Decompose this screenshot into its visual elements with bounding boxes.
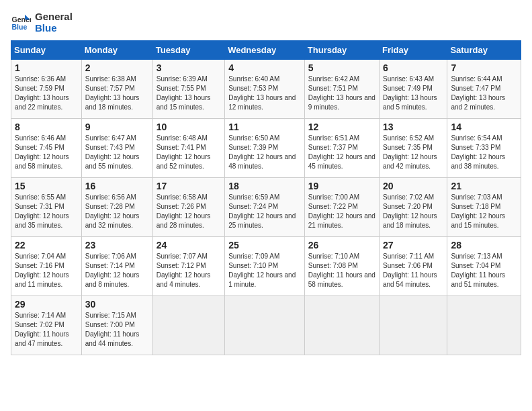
calendar-cell: 10Sunrise: 6:48 AMSunset: 7:41 PMDayligh… (152, 119, 224, 178)
day-info: Sunrise: 7:11 AMSunset: 7:06 PMDaylight:… (383, 252, 443, 289)
day-number: 29 (15, 299, 78, 310)
day-number: 22 (15, 240, 78, 250)
calendar-cell: 27Sunrise: 7:11 AMSunset: 7:06 PMDayligh… (379, 237, 447, 296)
day-info: Sunrise: 7:14 AMSunset: 7:02 PMDaylight:… (15, 311, 78, 349)
day-number: 25 (228, 240, 301, 250)
day-number: 7 (451, 62, 517, 73)
calendar-week-row: 1Sunrise: 6:36 AMSunset: 7:59 PMDaylight… (11, 60, 521, 119)
day-number: 14 (451, 122, 517, 132)
svg-text:Blue: Blue (12, 23, 28, 31)
calendar-cell (225, 296, 305, 355)
day-number: 11 (228, 122, 301, 132)
calendar-cell: 30Sunrise: 7:15 AMSunset: 7:00 PMDayligh… (81, 296, 152, 355)
calendar-cell (447, 296, 521, 355)
day-info: Sunrise: 6:39 AMSunset: 7:55 PMDaylight:… (157, 75, 221, 112)
weekday-header-sunday: Sunday (11, 41, 82, 60)
calendar-cell: 9Sunrise: 6:47 AMSunset: 7:43 PMDaylight… (81, 119, 152, 178)
calendar-cell: 3Sunrise: 6:39 AMSunset: 7:55 PMDaylight… (152, 60, 224, 119)
calendar-cell: 11Sunrise: 6:50 AMSunset: 7:39 PMDayligh… (225, 119, 305, 178)
day-info: Sunrise: 7:10 AMSunset: 7:08 PMDaylight:… (308, 252, 375, 289)
calendar-cell: 22Sunrise: 7:04 AMSunset: 7:16 PMDayligh… (11, 237, 82, 296)
day-number: 5 (308, 62, 375, 73)
day-info: Sunrise: 6:36 AMSunset: 7:59 PMDaylight:… (15, 75, 78, 112)
day-info: Sunrise: 7:13 AMSunset: 7:04 PMDaylight:… (451, 252, 517, 289)
calendar-cell: 25Sunrise: 7:09 AMSunset: 7:10 PMDayligh… (225, 237, 305, 296)
day-number: 30 (85, 299, 149, 310)
calendar-cell: 12Sunrise: 6:51 AMSunset: 7:37 PMDayligh… (304, 119, 379, 178)
calendar-cell: 7Sunrise: 6:44 AMSunset: 7:47 PMDaylight… (447, 60, 521, 119)
calendar-cell (152, 296, 224, 355)
logo-general: General (35, 11, 73, 22)
day-info: Sunrise: 6:42 AMSunset: 7:51 PMDaylight:… (308, 75, 375, 112)
calendar-cell: 13Sunrise: 6:52 AMSunset: 7:35 PMDayligh… (379, 119, 447, 178)
calendar-week-row: 8Sunrise: 6:46 AMSunset: 7:45 PMDaylight… (11, 119, 521, 178)
logo-blue: Blue (35, 22, 73, 34)
calendar-cell: 4Sunrise: 6:40 AMSunset: 7:53 PMDaylight… (225, 60, 305, 119)
day-info: Sunrise: 6:44 AMSunset: 7:47 PMDaylight:… (451, 75, 517, 112)
day-info: Sunrise: 7:00 AMSunset: 7:22 PMDaylight:… (308, 193, 375, 230)
day-info: Sunrise: 6:51 AMSunset: 7:37 PMDaylight:… (308, 134, 375, 171)
day-info: Sunrise: 6:43 AMSunset: 7:49 PMDaylight:… (383, 75, 443, 112)
page-header: General Blue General Blue (11, 11, 521, 34)
day-number: 18 (228, 181, 301, 191)
day-info: Sunrise: 6:54 AMSunset: 7:33 PMDaylight:… (451, 134, 517, 171)
logo: General Blue General Blue (11, 11, 73, 34)
day-number: 21 (451, 181, 517, 191)
calendar-week-row: 22Sunrise: 7:04 AMSunset: 7:16 PMDayligh… (11, 237, 521, 296)
day-info: Sunrise: 6:50 AMSunset: 7:39 PMDaylight:… (228, 134, 301, 171)
day-number: 13 (383, 122, 443, 132)
day-number: 24 (157, 240, 221, 250)
day-number: 2 (85, 62, 149, 73)
day-number: 17 (157, 181, 221, 191)
calendar-cell: 8Sunrise: 6:46 AMSunset: 7:45 PMDaylight… (11, 119, 82, 178)
calendar-cell: 5Sunrise: 6:42 AMSunset: 7:51 PMDaylight… (304, 60, 379, 119)
day-info: Sunrise: 7:15 AMSunset: 7:00 PMDaylight:… (85, 311, 149, 349)
calendar-cell: 16Sunrise: 6:56 AMSunset: 7:28 PMDayligh… (81, 178, 152, 237)
calendar-week-row: 29Sunrise: 7:14 AMSunset: 7:02 PMDayligh… (11, 296, 521, 355)
logo-icon: General Blue (11, 12, 31, 32)
calendar-cell: 1Sunrise: 6:36 AMSunset: 7:59 PMDaylight… (11, 60, 82, 119)
day-number: 20 (383, 181, 443, 191)
calendar-cell: 14Sunrise: 6:54 AMSunset: 7:33 PMDayligh… (447, 119, 521, 178)
weekday-header-friday: Friday (379, 41, 447, 60)
day-number: 4 (228, 62, 301, 73)
weekday-header-monday: Monday (81, 41, 152, 60)
calendar-cell: 6Sunrise: 6:43 AMSunset: 7:49 PMDaylight… (379, 60, 447, 119)
day-number: 28 (451, 240, 517, 250)
day-number: 3 (157, 62, 221, 73)
day-info: Sunrise: 6:48 AMSunset: 7:41 PMDaylight:… (157, 134, 221, 171)
weekday-header-thursday: Thursday (304, 41, 379, 60)
day-info: Sunrise: 7:07 AMSunset: 7:12 PMDaylight:… (157, 252, 221, 289)
day-info: Sunrise: 6:59 AMSunset: 7:24 PMDaylight:… (228, 193, 301, 230)
weekday-header-saturday: Saturday (447, 41, 521, 60)
day-info: Sunrise: 7:02 AMSunset: 7:20 PMDaylight:… (383, 193, 443, 230)
calendar-cell: 17Sunrise: 6:58 AMSunset: 7:26 PMDayligh… (152, 178, 224, 237)
calendar-cell: 20Sunrise: 7:02 AMSunset: 7:20 PMDayligh… (379, 178, 447, 237)
day-number: 12 (308, 122, 375, 132)
day-number: 8 (15, 122, 78, 132)
weekday-header-tuesday: Tuesday (152, 41, 224, 60)
calendar-cell: 21Sunrise: 7:03 AMSunset: 7:18 PMDayligh… (447, 178, 521, 237)
calendar-cell: 19Sunrise: 7:00 AMSunset: 7:22 PMDayligh… (304, 178, 379, 237)
day-info: Sunrise: 6:47 AMSunset: 7:43 PMDaylight:… (85, 134, 149, 171)
day-info: Sunrise: 7:03 AMSunset: 7:18 PMDaylight:… (451, 193, 517, 230)
day-number: 26 (308, 240, 375, 250)
day-number: 23 (85, 240, 149, 250)
day-info: Sunrise: 7:04 AMSunset: 7:16 PMDaylight:… (15, 252, 78, 289)
calendar-cell: 24Sunrise: 7:07 AMSunset: 7:12 PMDayligh… (152, 237, 224, 296)
day-info: Sunrise: 7:06 AMSunset: 7:14 PMDaylight:… (85, 252, 149, 289)
calendar-cell: 18Sunrise: 6:59 AMSunset: 7:24 PMDayligh… (225, 178, 305, 237)
day-info: Sunrise: 6:40 AMSunset: 7:53 PMDaylight:… (228, 75, 301, 112)
day-info: Sunrise: 6:55 AMSunset: 7:31 PMDaylight:… (15, 193, 78, 230)
calendar-cell: 15Sunrise: 6:55 AMSunset: 7:31 PMDayligh… (11, 178, 82, 237)
day-info: Sunrise: 6:46 AMSunset: 7:45 PMDaylight:… (15, 134, 78, 171)
day-number: 6 (383, 62, 443, 73)
calendar-week-row: 15Sunrise: 6:55 AMSunset: 7:31 PMDayligh… (11, 178, 521, 237)
day-number: 1 (15, 62, 78, 73)
calendar-cell: 23Sunrise: 7:06 AMSunset: 7:14 PMDayligh… (81, 237, 152, 296)
day-number: 16 (85, 181, 149, 191)
day-info: Sunrise: 6:56 AMSunset: 7:28 PMDaylight:… (85, 193, 149, 230)
day-info: Sunrise: 7:09 AMSunset: 7:10 PMDaylight:… (228, 252, 301, 289)
day-number: 27 (383, 240, 443, 250)
calendar-cell (304, 296, 379, 355)
